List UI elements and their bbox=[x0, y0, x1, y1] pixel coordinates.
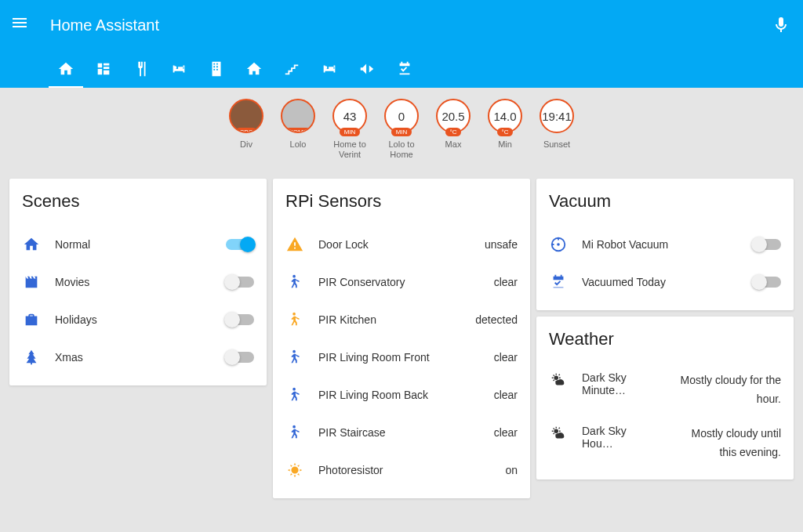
tab-calendar[interactable] bbox=[395, 50, 414, 88]
card-title-sensors: RPi Sensors bbox=[285, 191, 518, 212]
toggle-vacuum-today[interactable] bbox=[753, 277, 781, 288]
sensor-row-pir-living-front[interactable]: PIR Living Room Front clear bbox=[285, 338, 518, 376]
svg-point-2 bbox=[554, 376, 559, 381]
vacuum-row-robot[interactable]: Mi Robot Vacuum bbox=[549, 226, 781, 263]
briefcase-icon bbox=[22, 311, 41, 328]
sensor-row-pir-living-back[interactable]: PIR Living Room Back clear bbox=[285, 376, 518, 414]
calendar-check-icon bbox=[549, 273, 568, 291]
card-title-weather: Weather bbox=[549, 329, 781, 349]
walk-icon bbox=[285, 386, 304, 404]
scene-row-xmas[interactable]: Xmas bbox=[22, 338, 254, 376]
partly-cloudy-icon bbox=[549, 425, 568, 442]
toggle-scene-normal[interactable] bbox=[226, 239, 254, 250]
scene-row-movies[interactable]: Movies bbox=[22, 263, 254, 301]
tab-announce[interactable] bbox=[358, 50, 376, 88]
brightness-icon bbox=[285, 461, 304, 479]
scene-row-holidays[interactable]: Holidays bbox=[22, 301, 254, 338]
tab-bedroom[interactable] bbox=[169, 50, 188, 88]
toggle-scene-holidays[interactable] bbox=[226, 314, 254, 325]
card-sensors: RPi Sensors Door Lock unsafe PIR Conserv… bbox=[273, 179, 530, 498]
badges-row: CBC Div HOME Lolo 43MIN Home to Verint 0… bbox=[0, 88, 803, 165]
card-scenes: Scenes Normal Movies Holidays Xmas bbox=[9, 179, 267, 385]
sensor-row-pir-kitchen[interactable]: PIR Kitchen detected bbox=[285, 301, 518, 338]
tab-dining[interactable] bbox=[132, 50, 151, 88]
weather-row-hourly[interactable]: Dark Sky Hou… Mostly cloudy until this e… bbox=[549, 417, 781, 470]
alert-icon bbox=[285, 236, 304, 253]
toggle-scene-xmas[interactable] bbox=[226, 352, 254, 363]
card-vacuum: Vacuum Mi Robot Vacuum Vacuumed Today bbox=[536, 179, 794, 310]
app-header: Home Assistant bbox=[0, 0, 803, 50]
card-title-scenes: Scenes bbox=[22, 191, 254, 212]
sensor-row-pir-conservatory[interactable]: PIR Conservatory clear bbox=[285, 263, 518, 301]
badge-temp-min[interactable]: 14.0°C Min bbox=[482, 99, 528, 160]
sensor-row-door-lock[interactable]: Door Lock unsafe bbox=[285, 226, 518, 263]
badge-lolo-to-home[interactable]: 0MIN Lolo to Home bbox=[379, 99, 424, 160]
sensor-row-photoresistor[interactable]: Photoresistor on bbox=[285, 451, 518, 489]
walk-icon bbox=[285, 273, 304, 291]
cards-area: Scenes Normal Movies Holidays Xmas bbox=[0, 165, 803, 512]
svg-point-3 bbox=[554, 429, 559, 433]
walk-icon bbox=[285, 424, 304, 441]
robot-vacuum-icon bbox=[549, 236, 568, 253]
scene-row-normal[interactable]: Normal bbox=[22, 226, 254, 263]
walk-icon bbox=[285, 349, 304, 366]
weather-row-minute[interactable]: Dark Sky Minute… Mostly cloudy for the h… bbox=[549, 364, 781, 417]
svg-point-1 bbox=[557, 244, 560, 247]
tab-stairs[interactable] bbox=[282, 50, 301, 88]
vacuum-row-today[interactable]: Vacuumed Today bbox=[549, 263, 781, 301]
app-title: Home Assistant bbox=[50, 16, 772, 34]
tree-icon bbox=[22, 349, 41, 366]
home-icon bbox=[22, 236, 41, 253]
badge-sunset[interactable]: 19:41 Sunset bbox=[534, 99, 580, 160]
tab-building[interactable] bbox=[207, 50, 226, 88]
tab-home[interactable] bbox=[56, 50, 75, 88]
tab-bar bbox=[0, 50, 803, 88]
toggle-vacuum-robot[interactable] bbox=[753, 239, 781, 250]
partly-cloudy-icon bbox=[549, 371, 568, 389]
microphone-icon[interactable] bbox=[772, 16, 790, 34]
badge-person-div[interactable]: CBC Div bbox=[223, 99, 269, 160]
tab-house[interactable] bbox=[245, 50, 263, 88]
tab-bed[interactable] bbox=[320, 50, 339, 88]
toggle-scene-movies[interactable] bbox=[226, 277, 254, 288]
badge-person-lolo[interactable]: HOME Lolo bbox=[275, 99, 321, 160]
card-weather: Weather Dark Sky Minute… Mostly cloudy f… bbox=[536, 317, 794, 479]
badge-temp-max[interactable]: 20.5°C Max bbox=[431, 99, 476, 160]
run-icon bbox=[285, 311, 304, 328]
badge-home-to-verint[interactable]: 43MIN Home to Verint bbox=[327, 99, 372, 160]
movie-icon bbox=[22, 273, 41, 291]
tab-dashboard[interactable] bbox=[94, 50, 113, 88]
card-title-vacuum: Vacuum bbox=[549, 191, 781, 212]
sensor-row-pir-staircase[interactable]: PIR Staircase clear bbox=[285, 414, 518, 451]
menu-button[interactable] bbox=[13, 16, 31, 34]
